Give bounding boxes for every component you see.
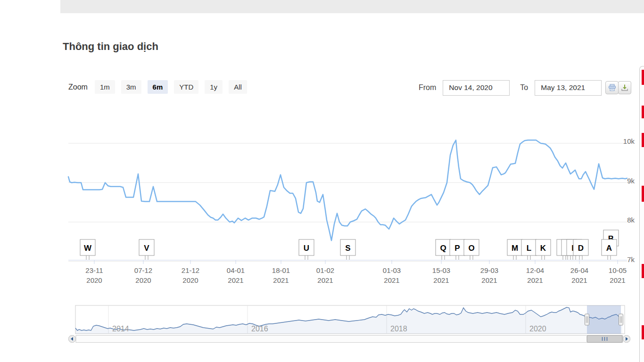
- red-text-fragment: [642, 70, 644, 85]
- navigator-year-label: 2014: [112, 325, 129, 333]
- event-flag-label: P: [454, 244, 460, 253]
- zoom-buttons-group: 1m3m6mYTD1yAll: [95, 80, 253, 94]
- x-axis-label: 15-032021: [432, 266, 450, 284]
- red-text-fragment: [642, 186, 644, 202]
- x-axis-label: 01-022021: [316, 266, 334, 284]
- red-text-fragment: [642, 264, 644, 278]
- event-flag-label: L: [527, 244, 531, 253]
- x-axis-label: 26-042021: [570, 266, 588, 284]
- zoom-button-ytd[interactable]: YTD: [174, 80, 198, 94]
- from-label: From: [419, 83, 436, 92]
- main-chart-plot-area[interactable]: [68, 108, 627, 260]
- x-axis-label: 29-032021: [480, 266, 498, 284]
- navigator-selected-range[interactable]: [587, 305, 621, 334]
- page-title: Thông tin giao dịch: [63, 41, 158, 53]
- x-axis-label: 04-012021: [227, 266, 245, 284]
- red-text-fragment: [642, 325, 644, 339]
- navigator-handle-right[interactable]: [619, 314, 623, 325]
- event-flag-label: O: [468, 244, 474, 253]
- x-axis-label: 01-032021: [383, 266, 401, 284]
- event-flag-label: Q: [440, 244, 446, 253]
- y-axis-label: 10k: [623, 137, 635, 145]
- zoom-range-selector: Zoom 1m3m6mYTD1yAll: [68, 80, 253, 94]
- red-text-fragment: [642, 133, 644, 147]
- x-axis-label: 18-012021: [272, 266, 290, 284]
- event-flag-label: K: [540, 244, 546, 253]
- event-flag-label: U: [304, 244, 309, 253]
- from-date-input[interactable]: [443, 80, 510, 96]
- zoom-button-6m[interactable]: 6m: [148, 80, 168, 94]
- print-chart-button[interactable]: [605, 81, 619, 94]
- x-axis-label: 23-112020: [85, 266, 103, 284]
- x-axis-label: 10-052021: [609, 266, 627, 284]
- event-flag-label: V: [144, 244, 149, 253]
- download-chart-button[interactable]: [618, 81, 631, 94]
- zoom-label: Zoom: [68, 83, 88, 91]
- event-flag-label: D: [578, 244, 584, 253]
- navigator-year-label: 2020: [529, 325, 546, 333]
- download-icon: [621, 84, 628, 91]
- navigator-year-label: 2018: [390, 325, 407, 333]
- printer-icon: [608, 84, 616, 91]
- event-flag-label: A: [606, 244, 612, 253]
- to-label: To: [520, 83, 528, 92]
- red-text-fragment: [642, 106, 644, 118]
- event-flag-label: W: [84, 244, 92, 253]
- zoom-button-3m[interactable]: 3m: [121, 80, 141, 94]
- x-axis-label: 12-042021: [526, 266, 544, 284]
- y-axis-label: 8k: [627, 216, 635, 224]
- scrollbar-track[interactable]: [76, 336, 623, 343]
- event-flag-label: S: [345, 244, 350, 253]
- zoom-button-all[interactable]: All: [229, 80, 247, 94]
- x-axis-label: 21-122020: [182, 266, 199, 284]
- date-range-controls: From To: [419, 80, 602, 96]
- navigator-year-label: 2016: [251, 325, 268, 333]
- to-date-input[interactable]: [535, 80, 602, 96]
- zoom-button-1m[interactable]: 1m: [95, 80, 115, 94]
- y-axis-label: 7k: [627, 255, 635, 263]
- stock-chart: 10k9k8k7k23-11202007-12202021-12202004-0…: [0, 0, 644, 362]
- zoom-button-1y[interactable]: 1y: [205, 80, 223, 94]
- y-axis-label: 9k: [627, 177, 635, 185]
- navigator-handle-left[interactable]: [585, 314, 589, 325]
- x-axis-label: 07-122020: [134, 266, 152, 284]
- event-flag-label: M: [512, 244, 518, 253]
- top-page-strip: [60, 0, 644, 13]
